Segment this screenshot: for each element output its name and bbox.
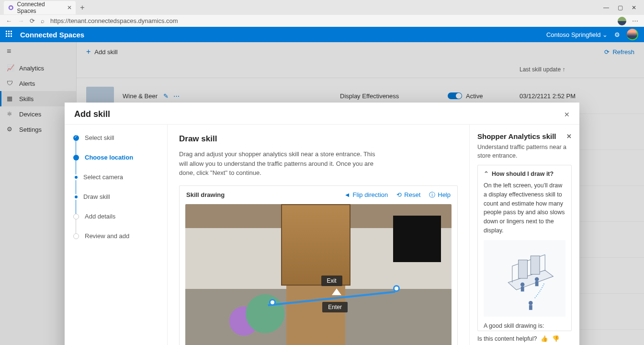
tenant-picker[interactable]: Contoso Springfield ⌄ (546, 31, 608, 38)
user-avatar[interactable] (627, 29, 638, 40)
pane-description: Drag and adjust your shopper analytics s… (179, 150, 380, 178)
door-graphic (281, 204, 350, 286)
app-header: Connected Spaces Contoso Springfield ⌄ ⚙ (0, 27, 644, 42)
help-card: ⌃How should I draw it? On the left scree… (477, 165, 572, 331)
exit-badge: Exit (321, 276, 342, 286)
app-title: Connected Spaces (20, 31, 84, 39)
svg-rect-6 (519, 260, 528, 278)
step-bullet (75, 196, 78, 198)
search-icon[interactable]: ⌕ (41, 17, 45, 24)
new-tab-button[interactable]: + (76, 3, 89, 12)
help-subtitle: Understand traffic patterns near a store… (477, 143, 572, 160)
enter-badge: Enter (322, 302, 348, 312)
tab-title: Connected Spaces (17, 1, 64, 14)
settings-gear-icon[interactable]: ⚙ (614, 31, 620, 38)
help-close-icon[interactable]: ✕ (566, 133, 572, 140)
wizard-step-select-skill[interactable]: Select skill (73, 134, 158, 154)
tv-graphic (393, 216, 441, 263)
minimize-icon[interactable]: — (603, 4, 609, 11)
help-button[interactable]: ⓘHelp (429, 191, 451, 199)
svg-rect-11 (535, 281, 539, 286)
help-icon: ⓘ (429, 191, 435, 199)
flip-icon: ◄ (344, 191, 350, 198)
wizard-step-review-and-add: Review and add (73, 232, 158, 240)
svg-line-5 (512, 254, 545, 266)
browser-chrome: Connected Spaces ✕ + — ▢ ✕ ← → ⟳ ⌕ https… (0, 0, 644, 27)
tab-favicon (8, 4, 14, 11)
step-bullet (73, 233, 79, 239)
close-window-icon[interactable]: ✕ (632, 4, 636, 11)
thumbs-up-icon[interactable]: 👍 (541, 335, 548, 342)
help-question[interactable]: ⌃How should I draw it? (484, 170, 565, 177)
good-drawing-intro: A good skill drawing is: (484, 322, 565, 331)
browser-nav-bar: ← → ⟳ ⌕ https://tenant.connectedspaces.d… (0, 15, 644, 27)
step-bullet (73, 155, 79, 161)
step-bullet (75, 176, 78, 179)
modal-title: Add skill (74, 109, 110, 119)
chevron-down-icon: ⌄ (602, 31, 608, 38)
back-icon[interactable]: ← (6, 17, 12, 24)
page-body: ≡ 📈Analytics🛡Alerts▦Skills⚛Devices⚙Setti… (0, 42, 644, 345)
camera-canvas[interactable]: Exit Enter (185, 204, 452, 345)
reload-icon[interactable]: ⟳ (30, 17, 35, 24)
drawing-title: Skill drawing (186, 191, 225, 198)
address-bar[interactable]: https://tenant.connectedspaces.dynamics.… (50, 17, 612, 24)
line-handle-left[interactable] (269, 299, 276, 306)
svg-point-10 (535, 277, 539, 281)
help-illustration (484, 240, 565, 317)
help-title: Shopper Analytics skill✕ (477, 132, 572, 140)
svg-point-1 (10, 6, 12, 9)
app-launcher-icon[interactable] (6, 31, 13, 38)
chevron-up-icon: ⌃ (484, 170, 489, 177)
browser-tab[interactable]: Connected Spaces ✕ (4, 1, 76, 14)
wizard-step-add-details: Add details (73, 213, 158, 232)
forward-icon: → (18, 17, 24, 24)
modal-overlay: Add skill ✕ Select skillChoose locationS… (0, 42, 644, 345)
add-skill-modal: Add skill ✕ Select skillChoose locationS… (65, 103, 579, 345)
flip-direction-button[interactable]: ◄Flip direction (344, 191, 388, 199)
svg-rect-9 (521, 287, 524, 291)
tab-bar: Connected Spaces ✕ + — ▢ ✕ (0, 0, 644, 15)
feedback-row: Is this content helpful? 👍 👎 (477, 331, 572, 342)
line-handle-right[interactable] (393, 285, 400, 292)
svg-rect-13 (529, 305, 532, 310)
wizard-steps: Select skillChoose locationSelect camera… (65, 125, 168, 345)
step-bullet (73, 214, 79, 219)
help-panel: Shopper Analytics skill✕ Understand traf… (469, 125, 579, 345)
browser-profile-avatar[interactable] (618, 17, 626, 25)
direction-arrow-icon[interactable] (332, 288, 341, 295)
browser-menu-icon[interactable]: ⋯ (632, 17, 638, 24)
svg-point-8 (520, 282, 525, 287)
step-bullet (73, 135, 79, 141)
drawing-toolbar: Skill drawing ◄Flip direction ⟲Reset ⓘHe… (180, 186, 457, 204)
wizard-step-select-camera: Select camera (73, 173, 158, 193)
wizard-step-draw-skill: Draw skill (73, 193, 158, 213)
tab-close-icon[interactable]: ✕ (67, 4, 72, 11)
reset-button[interactable]: ⟲Reset (396, 191, 420, 199)
modal-header: Add skill ✕ (65, 103, 579, 125)
svg-point-12 (529, 301, 533, 305)
maximize-icon[interactable]: ▢ (618, 4, 623, 11)
thumbs-down-icon[interactable]: 👎 (552, 335, 560, 342)
help-body: On the left screen, you'll draw a displa… (484, 181, 565, 235)
draw-skill-pane: Draw skill Drag and adjust your shopper … (168, 125, 469, 345)
modal-close-icon[interactable]: ✕ (564, 111, 570, 118)
wizard-step-choose-location[interactable]: Choose location (73, 154, 158, 173)
skill-drawing-card: Skill drawing ◄Flip direction ⟲Reset ⓘHe… (179, 185, 458, 345)
pane-heading: Draw skill (179, 134, 458, 144)
window-controls: — ▢ ✕ (603, 4, 644, 11)
reset-icon: ⟲ (396, 191, 402, 198)
svg-rect-7 (531, 255, 540, 274)
